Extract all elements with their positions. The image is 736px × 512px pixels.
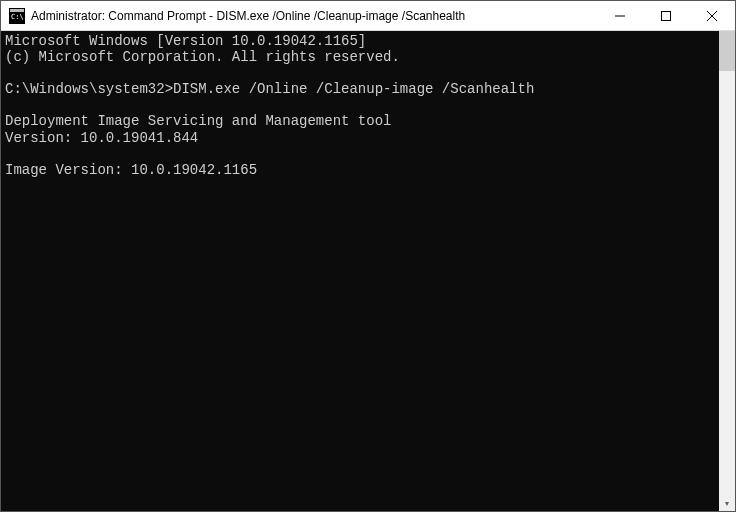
terminal[interactable]: Microsoft Windows [Version 10.0.19042.11…	[1, 31, 719, 511]
terminal-line: Image Version: 10.0.19042.1165	[5, 162, 257, 178]
close-button[interactable]	[689, 1, 735, 30]
minimize-button[interactable]	[597, 1, 643, 30]
terminal-line: Deployment Image Servicing and Managemen…	[5, 113, 391, 129]
scroll-thumb[interactable]	[719, 31, 735, 71]
terminal-line: (c) Microsoft Corporation. All rights re…	[5, 49, 400, 65]
terminal-line: Microsoft Windows [Version 10.0.19042.11…	[5, 33, 366, 49]
terminal-line: Version: 10.0.19041.844	[5, 130, 198, 146]
scrollbar[interactable]: ▴ ▾	[719, 31, 735, 511]
svg-rect-1	[10, 9, 24, 12]
svg-text:C:\: C:\	[11, 13, 24, 21]
terminal-area: Microsoft Windows [Version 10.0.19042.11…	[1, 31, 735, 511]
scroll-down-icon[interactable]: ▾	[719, 495, 735, 511]
window-controls	[597, 1, 735, 30]
window-title: Administrator: Command Prompt - DISM.exe…	[31, 9, 597, 23]
titlebar: C:\ Administrator: Command Prompt - DISM…	[1, 1, 735, 31]
terminal-prompt-line: C:\Windows\system32>DISM.exe /Online /Cl…	[5, 81, 534, 97]
maximize-button[interactable]	[643, 1, 689, 30]
svg-rect-4	[662, 11, 671, 20]
cmd-icon: C:\	[9, 8, 25, 24]
